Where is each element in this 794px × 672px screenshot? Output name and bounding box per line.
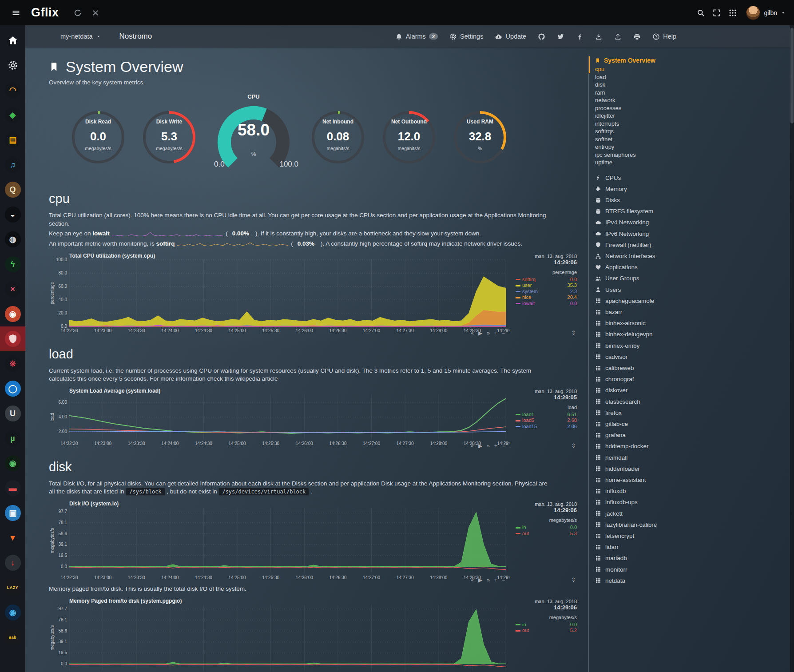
chart-pan-forward-button[interactable]: » <box>487 443 490 449</box>
sidebar-app-jackett[interactable]: Q <box>0 177 25 202</box>
sidebar-app-download-app[interactable]: ↓ <box>0 550 25 575</box>
menu-app-cadvisor[interactable]: cadvisor <box>595 351 790 362</box>
gauge-net-outbound[interactable]: Net Outbound12.0megabits/s <box>376 104 442 171</box>
server-dropdown[interactable]: my-netdata <box>55 25 107 48</box>
menu-app-mariadb[interactable]: mariadb <box>595 553 790 564</box>
close-tab-button[interactable] <box>87 5 103 21</box>
menu-app-diskover[interactable]: diskover <box>595 385 790 396</box>
sidebar-app-lazylibrarian[interactable]: LAZY <box>0 575 25 600</box>
sidebar-app-radarr[interactable]: ◒ <box>0 202 25 227</box>
menu-app-netdata[interactable]: netdata <box>595 575 790 586</box>
sidebar-app-plex[interactable]: ▤ <box>0 127 25 152</box>
chart-zoom-in-button[interactable]: + <box>494 577 497 583</box>
sidebar-app-organizr[interactable]: ◠ <box>0 78 25 103</box>
menu-system-overview[interactable]: System Overview <box>595 56 790 65</box>
menu-app-home-assistant[interactable]: home-assistant <box>595 474 790 485</box>
update-button[interactable]: Update <box>489 25 532 48</box>
chart-zoom-in-button[interactable]: + <box>494 443 497 449</box>
menu-app-hiddenloader[interactable]: hiddenloader <box>595 463 790 474</box>
sidebar-app-bolt-app[interactable]: ϟ <box>0 252 25 277</box>
export-button[interactable] <box>608 25 627 48</box>
menu-section-btrfs-filesystem[interactable]: BTRFS filesystem <box>595 206 790 217</box>
menu-sub-load[interactable]: load <box>595 73 790 81</box>
menu-app-apacheguacamole[interactable]: apacheguacamole <box>595 295 790 306</box>
sidebar-app-utorrent[interactable]: µ <box>0 426 25 451</box>
menu-app-firefox[interactable]: firefox <box>595 407 790 418</box>
chart-zoom-in-button[interactable]: + <box>494 330 497 336</box>
chart-system-io[interactable]: Disk I/O (system.io)14:22:3014:23:0014:2… <box>49 501 577 583</box>
legend-in[interactable]: in0.0 <box>516 622 577 628</box>
menu-app-chronograf[interactable]: chronograf <box>595 374 790 385</box>
gauge-disk-read[interactable]: Disk Read0.0megabytes/s <box>65 104 131 171</box>
menu-section-disks[interactable]: Disks <box>595 195 790 206</box>
sidebar-app-heimdall[interactable]: ▣ <box>0 501 25 525</box>
chart-system-cpu[interactable]: Total CPU utilization (system.cpu)14:22:… <box>49 253 577 336</box>
menu-section-user-groups[interactable]: User Groups <box>595 273 790 284</box>
menu-app-monitorr[interactable]: monitorr <box>595 564 790 575</box>
chart-resize-handle[interactable]: ⇕ <box>571 442 576 449</box>
menu-app-jackett[interactable]: jackett <box>595 508 790 519</box>
sidebar-app-gitlab[interactable]: ▼ <box>0 525 25 550</box>
menu-sub-ipc-semaphores[interactable]: ipc semaphores <box>595 151 790 159</box>
print-button[interactable] <box>627 25 647 48</box>
gauge-cpu[interactable]: CPU58.0%0.0100.0 <box>207 95 300 179</box>
menu-app-influxdb-ups[interactable]: influxdb-ups <box>595 497 790 508</box>
chart-zoom-out-button[interactable]: − <box>502 577 505 583</box>
search-button[interactable] <box>693 5 709 21</box>
scrollbar-thumb[interactable] <box>790 28 794 123</box>
refresh-tab-button[interactable] <box>70 5 86 21</box>
sidebar-app-pink-app[interactable]: × <box>0 277 25 302</box>
legend-load15[interactable]: load152.06 <box>516 424 577 430</box>
legend-system[interactable]: system2.3 <box>516 289 577 295</box>
chart-pan-backward-button[interactable]: « <box>471 330 474 336</box>
apps-grid-button[interactable] <box>725 5 741 21</box>
chart-system-load[interactable]: System Load Average (system.load)14:22:3… <box>49 388 577 449</box>
sidebar-app-nextcloud[interactable]: ◯ <box>0 376 25 401</box>
gauge-disk-write[interactable]: Disk Write5.3megabytes/s <box>136 104 202 171</box>
legend-softirq[interactable]: softirq0.0 <box>516 277 577 283</box>
menu-sub-uptime[interactable]: uptime <box>595 159 790 167</box>
chart-play-button[interactable]: ▶ <box>478 443 482 449</box>
menu-section-network-interfaces[interactable]: Network Interfaces <box>595 251 790 262</box>
sidebar-app-ubooquity[interactable]: ◉ <box>0 302 25 326</box>
gauge-used-ram[interactable]: Used RAM32.8% <box>447 104 513 171</box>
page-scrollbar[interactable] <box>790 25 794 672</box>
menu-app-hddtemp-docker[interactable]: hddtemp-docker <box>595 441 790 452</box>
chart-plot-system-load[interactable]: System Load Average (system.load)14:22:3… <box>49 388 510 449</box>
sidebar-app-netdata[interactable] <box>0 326 25 351</box>
chart-pan-forward-button[interactable]: » <box>487 330 490 336</box>
menu-sub-interrupts[interactable]: interrupts <box>595 120 790 128</box>
chart-play-button[interactable]: ▶ <box>478 577 482 583</box>
menu-section-users[interactable]: Users <box>595 284 790 295</box>
twitter-button[interactable] <box>551 25 570 48</box>
menu-sub-ram[interactable]: ram <box>595 89 790 97</box>
menu-sub-network[interactable]: network <box>595 96 790 104</box>
chart-play-button[interactable]: ▶ <box>478 330 482 336</box>
chart-pan-backward-button[interactable]: « <box>471 443 474 449</box>
chart-pan-forward-button[interactable]: » <box>487 577 490 583</box>
legend-iowait[interactable]: iowait0.0 <box>516 301 577 307</box>
menu-section-ipv6-networking[interactable]: IPv6 Networking <box>595 228 790 239</box>
menu-sub-cpu[interactable]: cpu <box>595 65 790 73</box>
help-button[interactable]: Help <box>647 25 682 48</box>
menu-sub-processes[interactable]: processes <box>595 104 790 112</box>
menu-app-gitlab-ce[interactable]: gitlab-ce <box>595 418 790 429</box>
menu-sub-softirqs[interactable]: softirqs <box>595 127 790 135</box>
sidebar-app-lidarr[interactable]: ◍ <box>0 227 25 252</box>
legend-in[interactable]: in0.0 <box>516 525 577 531</box>
legend-nice[interactable]: nice20.4 <box>516 294 577 301</box>
sidebar-app-airsonic[interactable]: ♫ <box>0 152 25 177</box>
menu-section-cpus[interactable]: CPUs <box>595 172 790 183</box>
legend-out[interactable]: out-5.2 <box>516 628 577 634</box>
sidebar-app-monitorr-pills[interactable]: ▬ <box>0 476 25 501</box>
legend-user[interactable]: user35.3 <box>516 282 577 289</box>
menu-section-memory[interactable]: Memory <box>595 183 790 195</box>
menu-sub-idlejitter[interactable]: idlejitter <box>595 112 790 120</box>
menu-section-firewall-netfilter-[interactable]: Firewall (netfilter) <box>595 239 790 251</box>
menu-app-heimdall[interactable]: heimdall <box>595 452 790 463</box>
menu-app-calibreweb[interactable]: calibreweb <box>595 362 790 374</box>
chart-system-pgpgio[interactable]: Memory Paged from/to disk (system.pgpgio… <box>49 598 577 672</box>
menu-app-influxdb[interactable]: influxdb <box>595 485 790 497</box>
alarms-button[interactable]: Alarms 2 <box>389 25 444 48</box>
menu-app-binhex-delugevpn[interactable]: binhex-delugevpn <box>595 329 790 340</box>
